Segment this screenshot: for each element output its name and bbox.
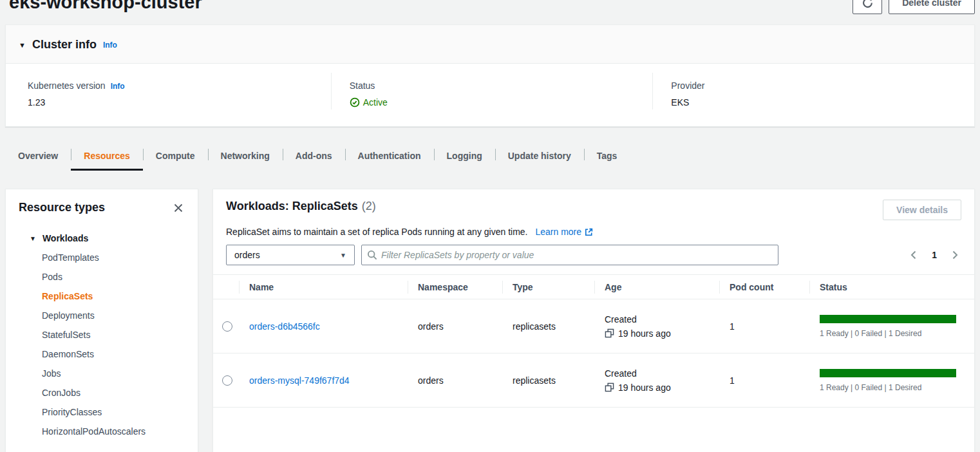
tab-overview[interactable]: Overview — [5, 142, 71, 171]
status-bar — [820, 369, 956, 377]
cell-status: 1 Ready | 0 Failed | 1 Desired — [809, 299, 974, 353]
caret-down-icon: ▼ — [340, 252, 346, 259]
kubernetes-version-field: Kubernetes version Info 1.23 — [6, 73, 331, 109]
resource-types-heading: Resource types — [19, 201, 105, 214]
cell-pod-count: 1 — [730, 321, 809, 332]
cluster-info-body: Kubernetes version Info 1.23 Status Acti… — [6, 64, 974, 126]
status-badge: Active — [350, 97, 388, 108]
tab-resources[interactable]: Resources — [71, 142, 143, 171]
external-link-icon — [584, 227, 594, 237]
table-header-row: Name Namespace Type Age Pod count Status — [213, 275, 974, 299]
copy-icon[interactable] — [605, 328, 614, 338]
filter-search-box — [361, 245, 778, 265]
cluster-info-header[interactable]: ▼ Cluster info Info — [6, 25, 974, 64]
sidebar-item-cronjobs[interactable]: CronJobs — [6, 383, 198, 402]
column-header-age: Age — [594, 275, 719, 299]
cell-pod-count: 1 — [730, 375, 809, 386]
status-bar — [820, 315, 956, 323]
cell-type: replicasets — [513, 375, 594, 386]
current-page-number: 1 — [932, 250, 937, 260]
age-value: 19 hours ago — [618, 382, 671, 393]
tab-add-ons[interactable]: Add-ons — [283, 142, 345, 171]
previous-page-button[interactable] — [907, 249, 920, 261]
sidebar-item-statefulsets[interactable]: StatefulSets — [6, 325, 198, 344]
kubernetes-version-value: 1.23 — [28, 97, 316, 108]
replicaset-name-link[interactable]: orders-mysql-749f67f7d4 — [249, 375, 408, 386]
status-value: Active — [363, 97, 388, 108]
cell-namespace: orders — [418, 375, 502, 386]
sidebar-item-horizontalpodautoscalers[interactable]: HorizontalPodAutoscalers — [6, 422, 198, 441]
table-row: orders-d6b4566fc orders replicasets Crea… — [213, 299, 974, 353]
tab-networking[interactable]: Networking — [208, 142, 283, 171]
refresh-button[interactable] — [853, 0, 882, 14]
cell-status: 1 Ready | 0 Failed | 1 Desired — [809, 353, 974, 407]
chevron-down-icon: ▼ — [19, 41, 26, 49]
selected-namespace: orders — [234, 250, 260, 260]
learn-more-link[interactable]: Learn more — [535, 227, 594, 237]
sidebar-item-podtemplates[interactable]: PodTemplates — [6, 248, 198, 267]
copy-icon[interactable] — [605, 382, 614, 392]
chevron-left-icon — [909, 250, 919, 260]
tab-update-history[interactable]: Update history — [495, 142, 584, 171]
sidebar-item-jobs[interactable]: Jobs — [6, 364, 198, 383]
column-header-pod-count: Pod count — [719, 275, 809, 299]
group-cluster[interactable]: ▶ Cluster — [6, 446, 198, 452]
age-created-label: Created — [605, 368, 719, 379]
pagination: 1 — [907, 249, 961, 261]
column-header-name: Name — [239, 275, 408, 299]
table-row: orders-mysql-749f67f7d4 orders replicase… — [213, 353, 974, 408]
search-icon — [367, 250, 377, 260]
header-actions: Delete cluster — [853, 0, 975, 14]
sidebar-item-replicasets[interactable]: ReplicaSets — [6, 287, 198, 306]
status-text: 1 Ready | 0 Failed | 1 Desired — [820, 329, 974, 338]
cluster-info-info-link[interactable]: Info — [103, 41, 117, 50]
page-title: eks-workshop-cluster — [9, 0, 202, 14]
sidebar-item-daemonsets[interactable]: DaemonSets — [6, 344, 198, 364]
triangle-down-icon: ▼ — [30, 235, 36, 242]
filter-search-input[interactable] — [381, 250, 773, 260]
age-created-label: Created — [605, 314, 719, 325]
cell-age: Created 19 hours ago — [594, 353, 719, 407]
cell-type: replicasets — [513, 321, 594, 332]
view-details-button[interactable]: View details — [883, 200, 961, 220]
status-field: Status Active — [331, 73, 653, 109]
sidebar-item-priorityclasses[interactable]: PriorityClasses — [6, 402, 198, 422]
resource-types-sidebar: Resource types ▼ Workloads PodTemplates … — [5, 189, 198, 452]
sidebar-item-deployments[interactable]: Deployments — [6, 306, 198, 325]
provider-value: EKS — [671, 97, 959, 108]
replicasets-table: Name Namespace Type Age Pod count Status… — [213, 274, 974, 408]
cluster-info-panel: ▼ Cluster info Info Kubernetes version I… — [5, 24, 975, 127]
close-sidebar-button[interactable] — [172, 202, 185, 214]
status-label: Status — [350, 80, 375, 91]
kubernetes-version-info-link[interactable]: Info — [111, 82, 125, 91]
cell-namespace: orders — [418, 321, 502, 332]
cluster-info-title: Cluster info — [32, 38, 97, 52]
tab-compute[interactable]: Compute — [143, 142, 208, 171]
replicasets-panel: Workloads: ReplicaSets(2) View details R… — [212, 189, 975, 452]
group-workloads[interactable]: ▼ Workloads — [6, 229, 198, 248]
replicaset-name-link[interactable]: orders-d6b4566fc — [249, 321, 408, 332]
panel-title: Workloads: ReplicaSets — [226, 200, 358, 212]
close-icon — [173, 203, 184, 213]
resource-type-tree: ▼ Workloads PodTemplates Pods ReplicaSet… — [6, 222, 198, 452]
namespace-filter-select[interactable]: orders ▼ — [226, 245, 355, 265]
refresh-icon — [862, 0, 873, 8]
cell-age: Created 19 hours ago — [594, 299, 719, 353]
column-header-status: Status — [809, 275, 974, 299]
delete-cluster-button[interactable]: Delete cluster — [889, 0, 975, 14]
tab-authentication[interactable]: Authentication — [345, 142, 434, 171]
sidebar-item-pods[interactable]: Pods — [6, 267, 198, 287]
tab-logging[interactable]: Logging — [434, 142, 495, 171]
check-circle-icon — [350, 97, 360, 108]
row-radio[interactable] — [222, 321, 232, 332]
column-header-namespace: Namespace — [408, 275, 502, 299]
page-header: eks-workshop-cluster Delete cluster — [0, 0, 980, 24]
panel-description: ReplicaSet aims to maintain a set of rep… — [226, 227, 527, 237]
panel-title-block: Workloads: ReplicaSets(2) — [226, 200, 376, 213]
age-value: 19 hours ago — [618, 328, 671, 339]
next-page-button[interactable] — [948, 249, 961, 261]
tab-tags[interactable]: Tags — [584, 142, 630, 171]
provider-field: Provider EKS — [652, 73, 974, 109]
row-radio[interactable] — [222, 375, 232, 386]
status-text: 1 Ready | 0 Failed | 1 Desired — [820, 383, 974, 392]
